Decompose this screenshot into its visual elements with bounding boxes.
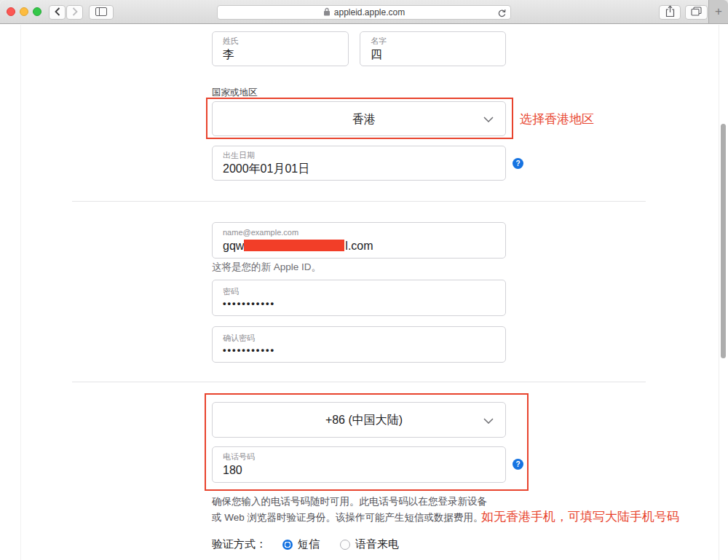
first-name-value: 四 [371,47,505,61]
first-name-label: 名字 [371,36,505,46]
last-name-label: 姓氏 [223,36,348,46]
page-left-edge [20,25,21,560]
password-masked-value: ••••••••••• [223,298,505,309]
chevron-down-icon [483,414,494,427]
scrollbar-track [719,25,719,560]
radio-option-voice-call[interactable]: 语音来电 [340,537,399,551]
redaction-bar [244,240,344,251]
forward-button[interactable] [66,5,83,20]
new-tab-button[interactable]: + [708,0,728,24]
password-field[interactable]: 密码 ••••••••••• [212,280,506,316]
chevron-left-icon [55,7,60,18]
radio-checked-icon [282,540,293,550]
birthday-value: 2000年01月01日 [223,162,505,176]
dial-code-value: +86 (中国大陆) [325,413,403,427]
minimize-window-button[interactable] [20,7,28,16]
phone-label: 电话号码 [223,452,505,462]
section-divider [72,382,646,382]
password-label: 密码 [223,287,505,296]
phone-note-line2: 或 Web 浏览器时验证身份。该操作可能产生短信或数据费用。 [212,510,496,526]
email-placeholder-label: name@example.com [223,228,505,237]
last-name-value: 李 [223,47,348,61]
country-select[interactable]: 香港 [212,101,506,136]
radio-voice-label: 语音来电 [355,537,399,551]
phone-note: 确保您输入的电话号码随时可用。此电话号码以在您登录新设备 或 Web 浏览器时验… [212,494,496,526]
radio-unchecked-icon [340,540,350,550]
fullscreen-window-button[interactable] [33,7,41,16]
browser-toolbar: appleid.apple.com + [0,0,728,24]
phone-note-line1: 确保您输入的电话号码随时可用。此电话号码以在您登录新设备 [212,494,496,510]
phone-value: 180 [223,463,505,477]
last-name-field[interactable]: 姓氏 李 [212,31,349,66]
sidebar-icon [95,7,107,18]
radio-option-sms[interactable]: 短信 [282,537,320,551]
confirm-password-field[interactable]: 确认密码 ••••••••••• [212,326,506,363]
tabs-icon [691,7,702,18]
email-field[interactable]: name@example.com gqwl.com [212,222,506,259]
email-note: 这将是您的新 Apple ID。 [212,261,321,274]
verification-method-row: 验证方式： 短信 语音来电 [212,537,419,551]
tabs-overview-button[interactable] [685,5,708,20]
address-bar[interactable]: appleid.apple.com [217,5,511,20]
section-divider [72,201,646,202]
email-value: gqwl.com [223,239,505,253]
annotation-country-tip: 选择香港地区 [520,111,594,127]
confirm-password-label: 确认密码 [223,334,505,343]
phone-number-field[interactable]: 电话号码 180 [212,446,506,483]
chevron-down-icon [483,112,494,125]
birthday-label: 出生日期 [223,151,505,160]
scrollbar-thumb[interactable] [721,124,726,358]
verification-label: 验证方式： [212,537,266,551]
url-text: appleid.apple.com [334,7,405,17]
first-name-field[interactable]: 名字 四 [360,31,506,66]
country-section-label: 国家或地区 [212,87,258,99]
help-icon[interactable]: ? [513,158,523,169]
help-icon[interactable]: ? [513,459,523,470]
chevron-right-icon [72,7,78,18]
lock-icon [323,6,331,19]
back-button[interactable] [49,5,66,20]
radio-sms-label: 短信 [298,537,320,551]
close-window-button[interactable] [7,7,15,16]
share-button[interactable] [659,5,681,20]
plus-icon: + [715,4,722,19]
safari-window: appleid.apple.com + 姓氏 李 名字 四 国家或地区 [0,0,728,560]
annotation-phone-tip: 如无香港手机，可填写大陆手机号码 [481,508,679,525]
confirm-password-masked-value: ••••••••••• [223,344,505,355]
dial-code-select[interactable]: +86 (中国大陆) [212,402,506,438]
country-select-value: 香港 [352,112,376,126]
birthday-field[interactable]: 出生日期 2000年01月01日 [212,146,506,181]
sidebar-toggle-button[interactable] [89,5,114,20]
share-icon [665,5,675,20]
reload-button[interactable] [497,8,507,17]
